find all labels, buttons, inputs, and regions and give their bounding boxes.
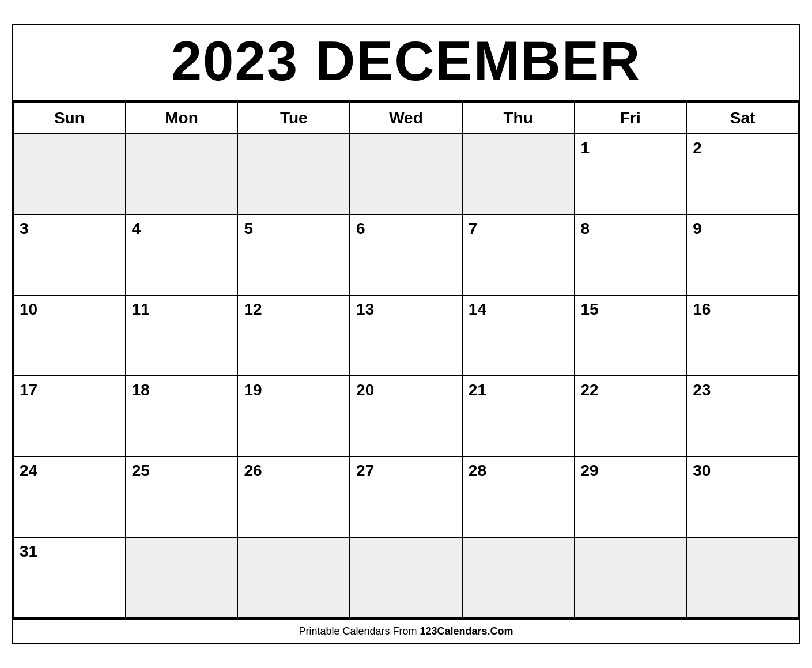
calendar-day-cell: 21 xyxy=(462,376,575,456)
calendar-week-row: 17181920212223 xyxy=(13,376,799,456)
calendar-day-cell xyxy=(462,134,575,214)
day-of-week-header: Fri xyxy=(575,103,687,134)
footer-brand: 123Calendars.Com xyxy=(420,625,513,637)
calendar-week-row: 12 xyxy=(13,134,799,214)
calendar-day-cell xyxy=(237,134,350,214)
calendar-day-cell: 24 xyxy=(13,456,126,537)
calendar-grid: SunMonTueWedThuFriSat 123456789101112131… xyxy=(13,102,799,618)
calendar-container: 2023 DECEMBER SunMonTueWedThuFriSat 1234… xyxy=(12,24,800,644)
calendar-day-cell: 1 xyxy=(575,134,687,214)
calendar-day-cell xyxy=(13,134,126,214)
calendar-day-cell: 23 xyxy=(686,376,799,456)
calendar-title: 2023 DECEMBER xyxy=(13,25,799,102)
calendar-day-cell: 29 xyxy=(575,456,687,537)
calendar-day-cell: 26 xyxy=(237,456,350,537)
calendar-day-cell: 8 xyxy=(575,214,687,295)
calendar-week-row: 10111213141516 xyxy=(13,295,799,376)
day-of-week-header: Thu xyxy=(462,103,575,134)
calendar-day-cell: 5 xyxy=(237,214,350,295)
calendar-day-cell xyxy=(350,134,462,214)
calendar-day-cell: 7 xyxy=(462,214,575,295)
day-of-week-header: Wed xyxy=(350,103,462,134)
calendar-day-cell: 15 xyxy=(575,295,687,376)
calendar-day-cell: 18 xyxy=(126,376,238,456)
calendar-day-cell xyxy=(350,537,462,618)
calendar-day-cell: 19 xyxy=(237,376,350,456)
calendar-week-row: 31 xyxy=(13,537,799,618)
calendar-day-cell: 20 xyxy=(350,376,462,456)
footer-text: Printable Calendars From xyxy=(299,625,420,637)
calendar-week-row: 3456789 xyxy=(13,214,799,295)
calendar-day-cell: 11 xyxy=(126,295,238,376)
day-of-week-header: Mon xyxy=(126,103,238,134)
calendar-day-cell: 27 xyxy=(350,456,462,537)
calendar-day-cell: 14 xyxy=(462,295,575,376)
calendar-day-cell: 6 xyxy=(350,214,462,295)
calendar-day-cell: 17 xyxy=(13,376,126,456)
calendar-day-cell: 13 xyxy=(350,295,462,376)
calendar-day-cell: 2 xyxy=(686,134,799,214)
calendar-day-cell: 28 xyxy=(462,456,575,537)
day-of-week-header: Tue xyxy=(237,103,350,134)
days-of-week-row: SunMonTueWedThuFriSat xyxy=(13,103,799,134)
day-of-week-header: Sat xyxy=(686,103,799,134)
calendar-day-cell: 16 xyxy=(686,295,799,376)
calendar-day-cell: 12 xyxy=(237,295,350,376)
calendar-week-row: 24252627282930 xyxy=(13,456,799,537)
calendar-day-cell xyxy=(237,537,350,618)
calendar-day-cell xyxy=(126,537,238,618)
calendar-day-cell xyxy=(686,537,799,618)
calendar-day-cell: 25 xyxy=(126,456,238,537)
calendar-day-cell: 22 xyxy=(575,376,687,456)
calendar-day-cell: 9 xyxy=(686,214,799,295)
calendar-footer: Printable Calendars From 123Calendars.Co… xyxy=(13,618,799,643)
calendar-day-cell xyxy=(575,537,687,618)
day-of-week-header: Sun xyxy=(13,103,126,134)
calendar-day-cell xyxy=(462,537,575,618)
calendar-day-cell: 30 xyxy=(686,456,799,537)
calendar-day-cell: 10 xyxy=(13,295,126,376)
calendar-day-cell: 31 xyxy=(13,537,126,618)
calendar-day-cell: 4 xyxy=(126,214,238,295)
calendar-day-cell: 3 xyxy=(13,214,126,295)
calendar-day-cell xyxy=(126,134,238,214)
